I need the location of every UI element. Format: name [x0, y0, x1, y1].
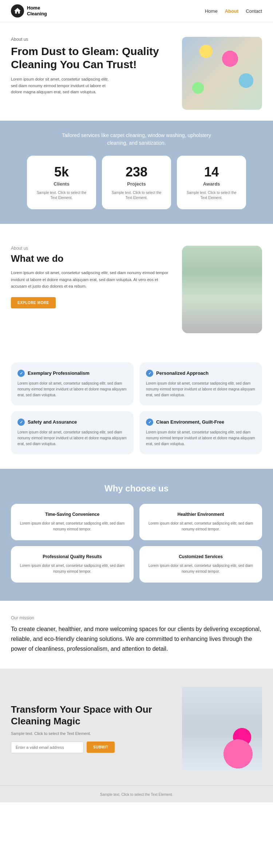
mission-label: Our mission — [11, 615, 262, 620]
feature-header-3: Safety and Assurance — [17, 419, 127, 426]
wwd-content: About us What we do Lorem ipsum dolor si… — [11, 246, 171, 308]
stat-label-clients: Clients — [34, 181, 89, 187]
check-icon-3 — [17, 419, 25, 426]
what-we-do-section: About us What we do Lorem ipsum dolor si… — [0, 224, 273, 351]
hero-description: Lorem ipsum dolor sit amet, consetetur s… — [11, 76, 113, 96]
stat-card-clients: 5k Clients Sample text. Click to select … — [27, 156, 96, 209]
why-card-quality: Professional Quality Results Lorem ipsum… — [11, 546, 134, 583]
stat-card-awards: 14 Awards Sample text. Click to select t… — [177, 156, 246, 209]
why-card-health: Healthier Environment Lorem ipsum dolor … — [139, 504, 262, 540]
feature-card-safety: Safety and Assurance Lorem ipsum dolor s… — [11, 411, 134, 454]
stat-desc-clients: Sample text. Click to select the Text El… — [34, 190, 89, 201]
feature-title-3: Safety and Assurance — [28, 419, 77, 425]
feature-desc-3: Lorem ipsum dolor sit amet, consetetur s… — [17, 429, 127, 447]
header: Home Cleaning Home About Contact — [0, 0, 273, 22]
stat-number-awards: 14 — [184, 164, 239, 180]
check-icon-2 — [146, 370, 153, 377]
stat-card-projects: 238 Projects Sample text. Click to selec… — [102, 156, 171, 209]
explore-more-button[interactable]: EXPLORE MORE — [11, 297, 56, 308]
submit-button[interactable]: SUBMIT — [87, 742, 115, 753]
hero-above-title: About us — [11, 37, 175, 42]
wwd-title: What we do — [11, 253, 171, 264]
stats-cards: 5k Clients Sample text. Click to select … — [11, 156, 262, 209]
feature-header-2: Personalized Approach — [146, 370, 256, 377]
stat-number-projects: 238 — [109, 164, 164, 180]
logo[interactable]: Home Cleaning — [11, 4, 47, 17]
stats-section: Tailored services like carpet cleaning, … — [0, 121, 273, 224]
stat-number-clients: 5k — [34, 164, 89, 180]
stats-subtitle: Tailored services like carpet cleaning, … — [60, 132, 213, 147]
hero-section: About us From Dust to Gleam: Quality Cle… — [0, 22, 273, 121]
cta-sample-text: Sample text. Click to select the Text El… — [11, 731, 175, 736]
why-card-desc-1: Lorem ipsum dolor sit amet, consetetur s… — [17, 521, 127, 532]
home-icon — [13, 7, 21, 15]
nav-about[interactable]: About — [225, 8, 239, 14]
feature-header-4: Clean Environment, Guilt-Free — [146, 419, 256, 426]
cta-title: Transform Your Space with Our Cleaning M… — [11, 704, 175, 727]
feature-desc-4: Lorem ipsum dolor sit amet, consetetur s… — [146, 429, 256, 447]
spray-illustration — [182, 687, 262, 771]
stat-label-projects: Projects — [109, 181, 164, 187]
feature-title-2: Personalized Approach — [156, 370, 209, 377]
feature-card-professionalism: Exemplary Professionalism Lorem ipsum do… — [11, 362, 134, 405]
supplies-illustration — [182, 37, 262, 110]
stat-desc-awards: Sample text. Click to select the Text El… — [184, 190, 239, 201]
why-card-desc-3: Lorem ipsum dolor sit amet, consetetur s… — [17, 563, 127, 575]
stat-desc-projects: Sample text. Click to select the Text El… — [109, 190, 164, 201]
hero-content: About us From Dust to Gleam: Quality Cle… — [11, 37, 182, 96]
hero-image — [182, 37, 262, 110]
feature-title-4: Clean Environment, Guilt-Free — [156, 419, 224, 425]
cta-section: Transform Your Space with Our Cleaning M… — [0, 669, 273, 785]
why-choose-us-section: Why choose us Time-Saving Convenience Lo… — [0, 469, 273, 601]
cta-content: Transform Your Space with Our Cleaning M… — [11, 704, 182, 753]
why-card-desc-4: Lorem ipsum dolor sit amet, consetetur s… — [146, 563, 256, 575]
features-section: Exemplary Professionalism Lorem ipsum do… — [0, 351, 273, 469]
why-choose-us-title: Why choose us — [11, 483, 262, 494]
why-card-custom: Customized Services Lorem ipsum dolor si… — [139, 546, 262, 583]
why-card-title-2: Healthier Environment — [146, 512, 256, 517]
footer-text: Sample text. Click to select the Text El… — [100, 793, 173, 797]
why-card-title-3: Professional Quality Results — [17, 554, 127, 559]
why-card-title-1: Time-Saving Convenience — [17, 512, 127, 517]
check-icon-1 — [17, 370, 25, 377]
why-grid: Time-Saving Convenience Lorem ipsum dolo… — [11, 504, 262, 583]
feature-card-approach: Personalized Approach Lorem ipsum dolor … — [139, 362, 262, 405]
feature-desc-1: Lorem ipsum dolor sit amet, consetetur s… — [17, 381, 127, 398]
mission-text: To create cleaner, healthier, and more w… — [11, 624, 262, 654]
why-card-desc-2: Lorem ipsum dolor sit amet, consetetur s… — [146, 521, 256, 532]
wwd-image — [182, 246, 262, 333]
why-card-time: Time-Saving Convenience Lorem ipsum dolo… — [11, 504, 134, 540]
logo-icon — [11, 4, 24, 17]
main-nav: Home About Contact — [205, 8, 262, 14]
mission-section: Our mission To create cleaner, healthier… — [0, 601, 273, 669]
feature-title-1: Exemplary Professionalism — [28, 370, 90, 377]
feature-header-1: Exemplary Professionalism — [17, 370, 127, 377]
feature-desc-2: Lorem ipsum dolor sit amet, consetetur s… — [146, 381, 256, 398]
cta-form: SUBMIT — [11, 742, 175, 753]
wwd-description: Lorem ipsum dolor sit amet, consetetur s… — [11, 269, 171, 290]
hero-title: From Dust to Gleam: Quality Cleaning You… — [11, 45, 175, 71]
email-input[interactable] — [11, 742, 84, 753]
cta-image — [182, 687, 262, 771]
why-card-title-4: Customized Services — [146, 554, 256, 559]
wwd-above-title: About us — [11, 246, 171, 251]
nav-contact[interactable]: Contact — [246, 8, 262, 14]
stat-label-awards: Awards — [184, 181, 239, 187]
nav-home[interactable]: Home — [205, 8, 218, 14]
feature-card-environment: Clean Environment, Guilt-Free Lorem ipsu… — [139, 411, 262, 454]
mop-illustration — [182, 246, 262, 333]
logo-text: Home Cleaning — [27, 5, 47, 16]
footer-bottom: Sample text. Click to select the Text El… — [0, 785, 273, 802]
check-icon-4 — [146, 419, 153, 426]
